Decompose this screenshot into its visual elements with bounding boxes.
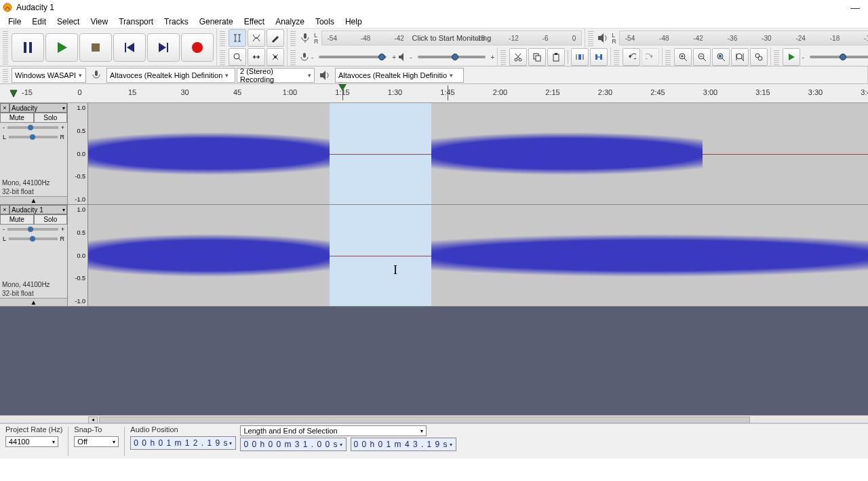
zoom-tool[interactable]: [229, 48, 246, 66]
menu-bar: File Edit Select View Transport Tracks G…: [0, 15, 868, 28]
project-rate-label: Project Rate (Hz): [5, 425, 62, 435]
selection-tool[interactable]: [229, 29, 246, 47]
skip-start-button[interactable]: [113, 33, 146, 62]
mute-button[interactable]: Mute: [0, 113, 34, 123]
envelope-tool[interactable]: [248, 29, 265, 47]
selection-length-field[interactable]: 0 0 h 0 0 m 3 1 . 0 0 s▾: [240, 438, 346, 451]
svg-marker-7: [159, 43, 166, 52]
zoom-toggle-button[interactable]: [750, 48, 768, 66]
selection-end-field[interactable]: 0 0 h 0 1 m 4 3 . 1 9 s▾: [351, 438, 456, 451]
zoom-out-button[interactable]: [693, 48, 711, 66]
timeshift-tool[interactable]: [248, 48, 265, 66]
svg-marker-43: [629, 54, 631, 58]
svg-line-48: [684, 58, 687, 61]
track-menu-dropdown[interactable]: Audacity▾: [9, 103, 67, 113]
fit-selection-button[interactable]: [712, 48, 730, 66]
speaker-icon[interactable]: [597, 32, 609, 44]
stop-button[interactable]: [79, 33, 112, 62]
record-button[interactable]: [181, 33, 214, 62]
svg-marker-44: [651, 54, 653, 58]
scroll-left-button[interactable]: ◂: [88, 417, 98, 423]
menu-view[interactable]: View: [85, 16, 113, 28]
menu-edit[interactable]: Edit: [26, 16, 52, 28]
cut-button[interactable]: [509, 48, 527, 66]
pan-slider[interactable]: [9, 136, 57, 138]
copy-button[interactable]: [528, 48, 546, 66]
track-close-button[interactable]: ×: [0, 103, 9, 113]
mic-icon[interactable]: [299, 32, 311, 44]
playback-meter[interactable]: -54 -48 -42 -36 -30 -24 -18 -12: [619, 31, 868, 45]
empty-track-area[interactable]: [0, 307, 868, 415]
menu-transport[interactable]: Transport: [113, 16, 159, 28]
trim-button[interactable]: [571, 48, 589, 66]
mute-button[interactable]: Mute: [0, 214, 34, 225]
undo-button[interactable]: [623, 48, 640, 66]
meter-start-monitoring-text[interactable]: Click to Start Monitoring: [412, 34, 492, 42]
multi-tool[interactable]: [267, 48, 284, 66]
skip-end-button[interactable]: [147, 33, 180, 62]
pan-slider[interactable]: [9, 237, 57, 240]
tools-toolbar-2: [217, 47, 288, 66]
svg-marker-23: [258, 55, 260, 59]
play-button[interactable]: [45, 33, 78, 62]
svg-rect-16: [304, 33, 307, 39]
menu-generate[interactable]: Generate: [194, 16, 239, 28]
length-end-select[interactable]: Length and End of Selection▾: [240, 425, 427, 436]
solo-button[interactable]: Solo: [34, 214, 68, 225]
speaker-device-icon: [319, 69, 331, 81]
solo-button[interactable]: Solo: [34, 113, 68, 123]
recording-meter-toolbar: LR -54 -48 -42 -18 -12 -6 0 Click to Sta…: [288, 28, 585, 47]
draw-tool[interactable]: [267, 29, 284, 47]
track-close-button[interactable]: ×: [0, 205, 9, 214]
paste-button[interactable]: [547, 48, 565, 66]
audio-host-select[interactable]: Windows WASAPI▾: [12, 68, 86, 83]
svg-marker-6: [127, 43, 134, 52]
track-collapse-button[interactable]: ▲: [0, 196, 67, 204]
mic-device-icon: [90, 69, 102, 81]
menu-help[interactable]: Help: [340, 16, 368, 28]
menu-tools[interactable]: Tools: [310, 16, 340, 28]
waveform-display[interactable]: [88, 103, 868, 204]
recording-channels-select[interactable]: 2 (Stereo) Recording▾: [237, 68, 315, 83]
gain-slider[interactable]: [7, 228, 58, 231]
track-collapse-button[interactable]: ▲: [0, 298, 67, 306]
redo-button[interactable]: [642, 48, 659, 66]
snap-to-label: Snap-To: [74, 425, 119, 435]
zoom-in-button[interactable]: [674, 48, 692, 66]
project-rate-select[interactable]: 44100▾: [5, 436, 58, 447]
timeline-ruler[interactable]: -1501530451:001:151:301:452:002:152:302:…: [0, 84, 868, 103]
svg-marker-3: [58, 42, 67, 53]
snap-to-select[interactable]: Off▾: [74, 436, 119, 447]
svg-rect-4: [92, 43, 100, 52]
silence-button[interactable]: [590, 48, 608, 66]
play-at-speed-button[interactable]: [783, 48, 800, 66]
minimize-button[interactable]: —: [845, 2, 865, 13]
fit-project-button[interactable]: [731, 48, 749, 66]
recording-volume-slider[interactable]: [319, 56, 387, 58]
menu-file[interactable]: File: [3, 16, 26, 28]
waveform-display[interactable]: I: [88, 205, 868, 306]
scroll-thumb[interactable]: [99, 417, 750, 423]
menu-tracks[interactable]: Tracks: [159, 16, 194, 28]
pause-button[interactable]: [12, 33, 44, 62]
recording-device-select[interactable]: Altavoces (Realtek High Definition▾: [106, 68, 235, 83]
playback-device-select[interactable]: Altavoces (Realtek High Definitio▾: [335, 68, 464, 83]
tools-toolbar: [217, 28, 288, 47]
app-icon: [3, 3, 12, 12]
menu-effect[interactable]: Effect: [239, 16, 270, 28]
playback-speed-slider[interactable]: [810, 56, 868, 58]
svg-rect-37: [578, 54, 581, 60]
horizontal-scrollbar[interactable]: ◂: [0, 415, 868, 423]
amplitude-scale: 1.00.50.0-0.5-1.0: [68, 103, 88, 204]
recording-meter[interactable]: -54 -48 -42 -18 -12 -6 0 Click to Start …: [321, 31, 583, 45]
menu-analyze[interactable]: Analyze: [270, 16, 310, 28]
audio-position-field[interactable]: 0 0 h 0 1 m 1 2 . 1 9 s▾: [130, 436, 236, 450]
menu-select[interactable]: Select: [52, 16, 85, 28]
svg-point-19: [234, 54, 239, 59]
window-title: Audacity 1: [16, 3, 54, 12]
playback-volume-slider[interactable]: [418, 56, 486, 58]
track-menu-dropdown[interactable]: Audacity 1▾: [9, 205, 67, 214]
title-bar: Audacity 1 —: [0, 0, 868, 15]
gain-slider[interactable]: [7, 126, 58, 129]
edit-toolbar: [498, 47, 611, 66]
